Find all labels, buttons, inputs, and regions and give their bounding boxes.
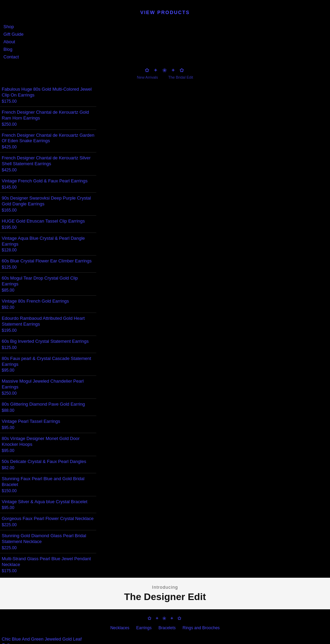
product-name: Vintage 80s French Gold Earrings <box>2 298 95 304</box>
product-name: Gorgeous Faux Pearl Flower Crystal Neckl… <box>2 516 95 522</box>
list-item[interactable]: HUGE Gold Etruscan Tassel Clip Earrings$… <box>0 216 96 233</box>
list-item[interactable]: Stunning Gold Diamond Glass Pearl Bridal… <box>0 530 96 553</box>
product-name: Multi-Strand Glass Pearl Blue Jewel Pend… <box>2 556 95 568</box>
list-item[interactable]: 60s Blue Crystal Flower Ear Climber Earr… <box>0 256 96 273</box>
category-tab-earrings[interactable]: Earrings <box>136 625 152 630</box>
product-price: $175.00 <box>2 568 95 573</box>
product-price: $425.00 <box>2 168 95 172</box>
product-name: French Designer Chantal de Kerouartz Gar… <box>2 133 95 144</box>
product-name: Massive Mogul Jeweled Chandelier Pearl E… <box>2 379 95 390</box>
product-price: $150.00 <box>2 488 95 493</box>
list-item[interactable]: Vintage 80s French Gold Earrings$92.00 <box>0 296 96 313</box>
product-price: $125.00 <box>2 265 95 270</box>
product-name: French Designer Chantal de Kerouartz Sil… <box>2 155 95 167</box>
product-name: 60s Big Inverted Crystal Statement Earri… <box>2 339 95 344</box>
product-price: $125.00 <box>2 345 95 350</box>
product-name: French Designer Chantal de Kerouartz Gol… <box>2 110 95 121</box>
category-tab-rings-and-brooches[interactable]: Rings and Brooches <box>183 625 220 630</box>
decorative-title: ✿ ✦ ❀ ✦ ✿ <box>0 65 330 75</box>
category-tabs-2: NecklacesEarringsBraceletsRings and Broo… <box>0 624 330 634</box>
nav-item-gift-guide[interactable]: Gift Guide <box>3 31 330 38</box>
product-price: $95.00 <box>2 425 95 430</box>
product-name: 90s Designer Swarovksi Deep Purple Cryst… <box>2 195 95 207</box>
list-item[interactable]: Vintage Pearl Tassel Earrings$95.00 <box>0 416 96 433</box>
product-price: $92.00 <box>2 305 95 310</box>
list-item[interactable]: Multi-Strand Glass Pearl Blue Jewel Pend… <box>0 553 96 576</box>
list-item[interactable]: 80s Vintage Designer Monet Gold Door Kno… <box>0 433 96 456</box>
list-item[interactable]: Fabulous Huge 80s Gold Multi-Colored Jew… <box>0 84 96 107</box>
introducing-label: Introducing <box>0 585 330 590</box>
list-item[interactable]: Stunning Faux Pearl Blue and Gold Bridal… <box>0 473 96 496</box>
nav-item-about[interactable]: About <box>3 38 330 46</box>
product-price: $128.00 <box>2 248 95 252</box>
list-item[interactable]: Chic Blue And Green Jeweled Gold Leaf Co… <box>0 634 96 644</box>
product-name: 50s Delicate Crystal & Faux Pearl Dangle… <box>2 459 95 465</box>
product-name: Stunning Gold Diamond Glass Pearl Bridal… <box>2 533 95 545</box>
category-tab-bracelets[interactable]: Bracelets <box>158 625 176 630</box>
list-item[interactable]: French Designer Chantal de Kerouartz Sil… <box>0 152 96 176</box>
list-item[interactable]: 60s Mogul Tear Drop Crystal Gold Clip Ea… <box>0 273 96 296</box>
product-price: $165.00 <box>2 208 95 213</box>
nav-items: ShopGift GuideAboutBlogContact <box>3 23 330 61</box>
product-name: Edourdo Rambaoud Attributed Gold Heart S… <box>2 316 95 327</box>
list-item[interactable]: 80s Glittering Diamond Pave Gold Earring… <box>0 399 96 416</box>
nav-item-shop[interactable]: Shop <box>3 23 330 31</box>
product-price: $175.00 <box>2 99 95 104</box>
product-price: $250.00 <box>2 122 95 127</box>
product-name: 80s Faux pearl & Crystal Cascade Stateme… <box>2 356 95 368</box>
list-item[interactable]: French Designer Chantal de Kerouartz Gol… <box>0 107 96 130</box>
product-name: Fabulous Huge 80s Gold Multi-Colored Jew… <box>2 87 95 98</box>
product-list-2: Chic Blue And Green Jeweled Gold Leaf Co… <box>0 634 96 644</box>
product-price: $85.00 <box>2 288 95 293</box>
product-price: $225.00 <box>2 545 95 550</box>
list-item[interactable]: 90s Designer Swarovksi Deep Purple Cryst… <box>0 193 96 216</box>
category-tab-necklaces[interactable]: Necklaces <box>110 625 129 630</box>
product-price: $225.00 <box>2 522 95 527</box>
product-price: $82.00 <box>2 465 95 470</box>
product-list-1: Fabulous Huge 80s Gold Multi-Colored Jew… <box>0 84 96 576</box>
navigation: ShopGift GuideAboutBlogContact <box>0 21 330 63</box>
list-item[interactable]: 50s Delicate Crystal & Faux Pearl Dangle… <box>0 456 96 473</box>
list-item[interactable]: 60s Big Inverted Crystal Statement Earri… <box>0 336 96 353</box>
product-name: 60s Mogul Tear Drop Crystal Gold Clip Ea… <box>2 275 95 287</box>
new-arrivals-link[interactable]: New Arrivals <box>137 75 158 79</box>
product-price: $195.00 <box>2 328 95 333</box>
bridal-edit-link[interactable]: The Bridal Edit <box>168 75 193 79</box>
shop-by-decorative: ✿ ✦ ❀ ✦ ✿ <box>0 615 330 621</box>
nav-item-blog[interactable]: Blog <box>3 46 330 53</box>
product-name: 60s Blue Crystal Flower Ear Climber Earr… <box>2 258 95 264</box>
product-name: HUGE Gold Etruscan Tassel Clip Earrings <box>2 218 95 224</box>
product-name: Vintage Pearl Tassel Earrings <box>2 419 95 425</box>
product-price: $425.00 <box>2 145 95 149</box>
product-name: 80s Vintage Designer Monet Gold Door Kno… <box>2 436 95 448</box>
list-item[interactable]: Gorgeous Faux Pearl Flower Crystal Neckl… <box>0 513 96 530</box>
nav-item-contact[interactable]: Contact <box>3 53 330 61</box>
section-2: ✿ ✦ ❀ ✦ ✿ NecklacesEarringsBraceletsRing… <box>0 609 330 644</box>
designer-edit-title: The Designer Edit <box>0 591 330 602</box>
product-name: Chic Blue And Green Jeweled Gold Leaf Co… <box>2 636 95 644</box>
product-price: $95.00 <box>2 505 95 510</box>
list-item[interactable]: Vintage Aqua Blue Crystal & Pearl Dangle… <box>0 233 96 256</box>
product-name: Vintage Silver & Aqua blue Crystal Brace… <box>2 499 95 505</box>
product-price: $95.00 <box>2 448 95 453</box>
list-item[interactable]: 80s Faux pearl & Crystal Cascade Stateme… <box>0 353 96 376</box>
view-products-button[interactable]: VIEW PRODUCTS <box>133 7 197 18</box>
list-item[interactable]: Vintage Silver & Aqua blue Crystal Brace… <box>0 496 96 513</box>
product-name: Stunning Faux Pearl Blue and Gold Bridal… <box>2 476 95 488</box>
product-name: 80s Glittering Diamond Pave Gold Earring <box>2 402 95 407</box>
product-price: $95.00 <box>2 368 95 373</box>
product-price: $88.00 <box>2 408 95 413</box>
product-name: Vintage French Gold & Faux Pearl Earring… <box>2 178 95 184</box>
header: VIEW PRODUCTS <box>0 0 330 21</box>
list-item[interactable]: Vintage French Gold & Faux Pearl Earring… <box>0 176 96 193</box>
product-section-1: Fabulous Huge 80s Gold Multi-Colored Jew… <box>0 82 330 578</box>
product-price: $250.00 <box>2 391 95 396</box>
designer-edit-divider: Introducing The Designer Edit <box>0 578 330 609</box>
sub-nav: New Arrivals The Bridal Edit <box>0 75 330 79</box>
product-price: $145.00 <box>2 185 95 190</box>
list-item[interactable]: Edourdo Rambaoud Attributed Gold Heart S… <box>0 313 96 336</box>
list-item[interactable]: Massive Mogul Jeweled Chandelier Pearl E… <box>0 376 96 399</box>
product-name: Vintage Aqua Blue Crystal & Pearl Dangle… <box>2 236 95 247</box>
list-item[interactable]: French Designer Chantal de Kerouartz Gar… <box>0 130 96 153</box>
product-price: $195.00 <box>2 225 95 230</box>
